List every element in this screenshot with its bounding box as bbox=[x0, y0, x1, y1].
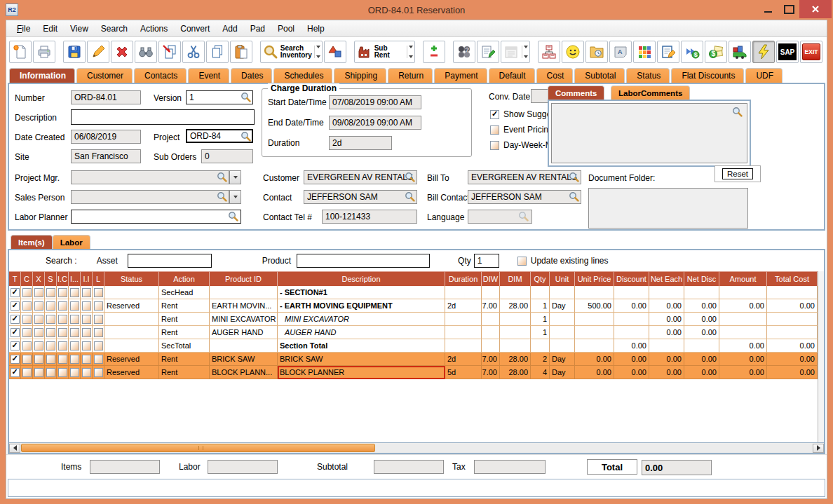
cell-product[interactable]: BLOCK PLANN... bbox=[210, 366, 278, 379]
cell-unit[interactable]: Day bbox=[550, 299, 575, 313]
row-checkbox-s[interactable] bbox=[46, 341, 55, 350]
cell-status[interactable] bbox=[104, 339, 159, 353]
row-checkbox-i[interactable] bbox=[70, 301, 79, 311]
comments-textarea[interactable] bbox=[551, 103, 747, 163]
end-datetime-field[interactable]: 09/08/2019 09:00 AM bbox=[329, 116, 421, 130]
cell-unit-price[interactable]: 0.00 bbox=[575, 353, 614, 366]
cell-duration[interactable]: 5d bbox=[445, 366, 482, 379]
row-checkbox-ic[interactable] bbox=[58, 368, 67, 377]
cell-duration[interactable] bbox=[445, 313, 482, 326]
cell-discount[interactable] bbox=[614, 313, 649, 326]
sales-person-lookup-icon[interactable] bbox=[217, 191, 227, 202]
maximize-button[interactable] bbox=[778, 0, 799, 18]
cell-duration[interactable]: 2d bbox=[445, 353, 482, 366]
tab-dates[interactable]: Dates bbox=[231, 68, 272, 83]
row-checkbox-c[interactable] bbox=[22, 341, 32, 350]
tab-status[interactable]: Status bbox=[626, 68, 670, 83]
cell-action[interactable]: SecTotal bbox=[159, 339, 210, 353]
menu-search[interactable]: Search bbox=[95, 22, 134, 36]
edit-pencil-button[interactable] bbox=[87, 41, 109, 63]
cell-dim[interactable]: 28.00 bbox=[500, 299, 531, 313]
cell-discount[interactable]: 0.00 bbox=[614, 299, 649, 313]
row-checkbox-ic[interactable] bbox=[58, 341, 67, 350]
project-mgr-field[interactable] bbox=[71, 170, 229, 184]
row-checkbox-x[interactable] bbox=[34, 355, 43, 364]
row-checkbox-x[interactable] bbox=[34, 315, 43, 324]
cell-discount[interactable]: 0.00 bbox=[614, 353, 649, 366]
row-checkbox-ii[interactable] bbox=[82, 328, 91, 337]
bill-contact-lookup-icon[interactable] bbox=[569, 191, 579, 202]
save-button[interactable] bbox=[63, 41, 86, 63]
cell-diw[interactable]: 7.00 bbox=[482, 299, 500, 313]
cell-action[interactable]: Rent bbox=[159, 366, 210, 379]
menu-pad[interactable]: Pad bbox=[244, 22, 271, 36]
cell-qty[interactable]: 1 bbox=[531, 313, 550, 326]
cell-net-disc[interactable]: 0.00 bbox=[684, 366, 719, 379]
cell-amount[interactable]: 0.00 bbox=[719, 299, 767, 313]
cell-amount[interactable]: 0.00 bbox=[719, 339, 767, 353]
qty-input[interactable]: 1 bbox=[474, 254, 499, 268]
cell-unit[interactable]: Day bbox=[550, 366, 575, 379]
search-inventory-button[interactable]: Search Inventory bbox=[260, 41, 323, 63]
row-checkbox-i[interactable] bbox=[70, 341, 79, 350]
row-checkbox-t[interactable] bbox=[11, 368, 20, 377]
table-row[interactable]: ReservedRentBLOCK PLANN...BLOCK PLANNER5… bbox=[9, 366, 818, 379]
update-existing-checkbox[interactable] bbox=[517, 257, 527, 266]
row-checkbox-ii[interactable] bbox=[82, 368, 91, 377]
row-checkbox-i[interactable] bbox=[70, 355, 79, 364]
table-row[interactable]: ReservedRentEARTH MOVIN...- EARTH MOVING… bbox=[9, 299, 818, 313]
org-chart-button[interactable] bbox=[538, 41, 560, 63]
cell-status[interactable]: Reserved bbox=[104, 299, 159, 313]
row-checkbox-t[interactable] bbox=[11, 341, 20, 350]
row-checkbox-ii[interactable] bbox=[82, 301, 91, 311]
column-header-discount[interactable]: Discount bbox=[614, 271, 649, 286]
product-input[interactable] bbox=[297, 254, 430, 268]
cell-net-disc[interactable] bbox=[684, 339, 719, 353]
column-header-amount[interactable]: Amount bbox=[719, 271, 767, 286]
cell-action[interactable]: Rent bbox=[159, 353, 210, 366]
document-folder-area[interactable] bbox=[588, 188, 748, 229]
version-lookup-icon[interactable] bbox=[241, 92, 251, 102]
tab-customer[interactable]: Customer bbox=[76, 68, 133, 83]
cell-desc[interactable]: BRICK SAW bbox=[278, 353, 445, 366]
cell-net-each[interactable]: 0.00 bbox=[649, 353, 684, 366]
cell-action[interactable]: Rent bbox=[159, 299, 210, 313]
row-checkbox-i[interactable] bbox=[70, 315, 79, 324]
cell-product[interactable]: BRICK SAW bbox=[210, 353, 278, 366]
labor-planner-lookup-icon[interactable] bbox=[228, 211, 238, 222]
row-checkbox-c[interactable] bbox=[22, 301, 32, 311]
row-checkbox-t[interactable] bbox=[11, 301, 20, 311]
cell-desc[interactable]: - SECTION#1 bbox=[278, 286, 445, 299]
row-checkbox-ii[interactable] bbox=[82, 355, 91, 364]
table-row[interactable]: RentAUGER HANDAUGER HAND10.000.00 bbox=[9, 326, 818, 339]
dwm-pricing-checkbox[interactable] bbox=[490, 141, 499, 150]
row-checkbox-s[interactable] bbox=[46, 288, 55, 297]
asset-input[interactable] bbox=[128, 254, 212, 268]
cell-total-cost[interactable] bbox=[767, 286, 818, 299]
column-header-ii[interactable]: I.I bbox=[81, 271, 93, 286]
cell-duration[interactable]: 2d bbox=[445, 299, 482, 313]
column-header-x[interactable]: X bbox=[33, 271, 45, 286]
cell-net-each[interactable] bbox=[649, 339, 684, 353]
event-pricing-option[interactable]: Event Pricing bbox=[490, 125, 553, 135]
row-checkbox-t[interactable] bbox=[11, 328, 20, 337]
smiley-button[interactable] bbox=[562, 41, 584, 63]
cell-net-disc[interactable] bbox=[684, 286, 719, 299]
tab-flat-discounts[interactable]: Flat Discounts bbox=[671, 68, 744, 83]
cell-duration[interactable] bbox=[445, 339, 482, 353]
row-checkbox-x[interactable] bbox=[34, 368, 43, 377]
customer-lookup-icon[interactable] bbox=[405, 172, 415, 182]
column-header-dim[interactable]: DIM bbox=[500, 271, 531, 286]
row-checkbox-l[interactable] bbox=[94, 301, 103, 311]
column-header-t[interactable]: T bbox=[9, 271, 21, 286]
form-edit-button[interactable] bbox=[657, 41, 679, 63]
cell-net-disc[interactable]: 0.00 bbox=[684, 326, 719, 339]
cell-qty[interactable]: 4 bbox=[531, 366, 550, 379]
row-checkbox-l[interactable] bbox=[94, 355, 103, 364]
row-checkbox-s[interactable] bbox=[46, 315, 55, 324]
tab-default[interactable]: Default bbox=[489, 68, 535, 83]
scroll-left-button[interactable] bbox=[9, 444, 20, 453]
menu-file[interactable]: File bbox=[11, 22, 36, 36]
cell-product[interactable]: EARTH MOVIN... bbox=[210, 299, 278, 313]
cell-unit-price[interactable] bbox=[575, 326, 614, 339]
